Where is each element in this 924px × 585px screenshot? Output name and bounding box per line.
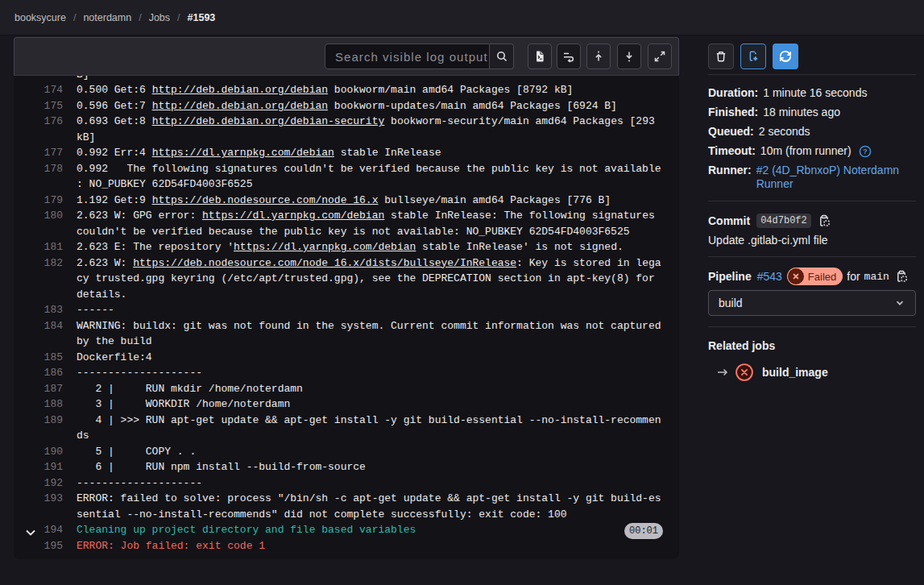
svg-text:?: ? [863, 147, 868, 156]
